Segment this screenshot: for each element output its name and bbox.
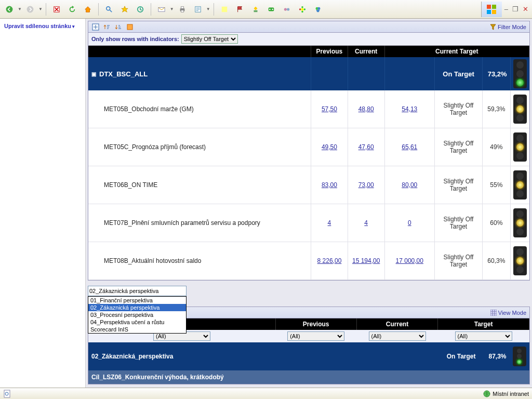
intranet-zone-icon (483, 390, 490, 397)
filter-row: Only show rows with indicators: Slightly… (88, 33, 529, 46)
traffic-light-icon (513, 95, 527, 124)
svg-point-3 (107, 6, 110, 10)
traffic-light-icon (513, 170, 527, 200)
misc-icon-2[interactable] (264, 2, 278, 17)
print-button[interactable] (175, 2, 190, 17)
mail-button[interactable] (154, 2, 169, 17)
search-button[interactable] (102, 2, 116, 17)
edit-shared-page-link[interactable]: Upravit sdílenou stránku (4, 23, 75, 29)
filter-mode-link[interactable]: Filter Mode (490, 24, 526, 30)
grid-icon (490, 310, 497, 316)
dropdown-option[interactable]: 04_Perspektiva učení a růstu (88, 318, 186, 326)
windows-flag-icon (481, 2, 502, 17)
svg-point-0 (6, 6, 13, 12)
prev-value[interactable]: 57,50 (322, 105, 337, 113)
filter-all-3[interactable]: (All) (369, 331, 426, 341)
home-button[interactable] (81, 2, 95, 17)
left-sidebar: Upravit sdílenou stránku (0, 19, 86, 388)
dropdown-option[interactable]: 03_Procesní perspektiva (88, 311, 186, 318)
edit-button[interactable] (191, 2, 205, 17)
svg-rect-26 (492, 10, 496, 14)
status-bar: Místní intranet (0, 388, 532, 399)
restore-button[interactable]: ❐ (511, 5, 520, 13)
table-row: MET07B_Plnění smluvních parametrů servis… (88, 204, 529, 242)
dropdown-option[interactable]: Scorecard InIS (88, 326, 186, 333)
forward-button[interactable] (23, 2, 37, 17)
svg-rect-29 (490, 310, 497, 316)
svg-point-16 (301, 8, 303, 10)
svg-rect-28 (127, 24, 132, 30)
metric-name: MET05B_Obchodní marže (GM) (88, 90, 311, 128)
favorites-button[interactable] (117, 2, 132, 17)
svg-point-1 (27, 6, 34, 12)
svg-point-20 (299, 8, 301, 10)
filter-all-4[interactable]: (All) (455, 331, 512, 341)
icq-icon[interactable] (295, 2, 310, 17)
svg-point-22 (317, 7, 320, 9)
perspective-options: 01_Finanční perspektiva 02_Zákaznická pe… (88, 296, 187, 334)
scorecard-table-1: Previous Current Current Target ▣DTX_BSC… (88, 46, 529, 280)
traffic-light-icon (513, 59, 527, 88)
main-content: Filter Mode Only show rows with indicato… (86, 19, 532, 388)
svg-rect-25 (487, 10, 491, 14)
group-row[interactable]: ▣DTX_BSC_ALL On Target 73,2% (88, 57, 529, 90)
misc-icon-3[interactable] (280, 2, 294, 17)
traffic-light-icon (513, 132, 527, 162)
filter-all-2[interactable]: (All) (287, 331, 344, 341)
flag-icon[interactable] (233, 2, 247, 17)
refresh-button[interactable] (65, 2, 79, 17)
close-button[interactable]: ✕ (521, 5, 530, 13)
sub-row[interactable]: Cíl_LSZ06_Konkurenční výhoda, krátkodobý (88, 370, 529, 384)
svg-rect-10 (221, 6, 227, 12)
sort-desc-icon[interactable] (114, 23, 123, 31)
table-row: MET06B_ON TIME 83,00 73,00 80,00 Slightl… (88, 166, 529, 204)
messenger-icon[interactable] (311, 2, 325, 17)
svg-rect-7 (181, 6, 183, 8)
view-mode-link[interactable]: View Mode (490, 310, 526, 316)
col-current: Current (348, 46, 384, 57)
curr-value[interactable]: 48,80 (358, 105, 374, 113)
col-target: Current Target (384, 46, 529, 57)
panel1-toolbar: Filter Mode (88, 21, 529, 33)
ie-toolbar: ▼ ▼ ▼ ▼ – ❐ ✕ (0, 0, 532, 19)
svg-point-13 (272, 8, 273, 10)
ie-page-icon (3, 390, 11, 398)
indicator-filter-select[interactable]: Slightly Off Target (181, 34, 238, 44)
svg-point-14 (284, 8, 286, 10)
collapse-icon[interactable]: ▣ (91, 71, 96, 77)
svg-point-19 (301, 10, 303, 12)
filter-label: Only show rows with indicators: (91, 36, 179, 42)
scorecard-panel-1: Filter Mode Only show rows with indicato… (88, 21, 530, 281)
svg-point-15 (287, 8, 289, 10)
svg-rect-23 (487, 5, 491, 9)
note-button[interactable] (217, 2, 232, 17)
svg-rect-8 (181, 10, 183, 12)
perspective-selected[interactable] (88, 286, 187, 296)
traffic-light-icon (513, 347, 526, 366)
svg-point-17 (301, 6, 303, 8)
funnel-icon (490, 24, 496, 30)
table-row: MET05C_Prognóza příjmů (forecast) 49,50 … (88, 128, 529, 166)
zone-text: Místní intranet (493, 391, 529, 397)
traffic-light-icon (513, 246, 527, 275)
toolbar-icon-4[interactable] (126, 23, 134, 31)
misc-icon-1[interactable] (248, 2, 263, 17)
toolbar-icon-1[interactable] (91, 23, 100, 31)
sort-asc-icon[interactable] (103, 23, 111, 31)
table-row: MET08B_Aktuální hotovostní saldo 8 226,0… (88, 242, 529, 280)
svg-point-12 (269, 8, 271, 10)
dropdown-option[interactable]: 02_Zákaznická perspektiva (88, 304, 186, 311)
dropdown-option[interactable]: 01_Finanční perspektiva (88, 297, 186, 304)
target-value[interactable]: 54,13 (402, 105, 417, 113)
back-button[interactable] (2, 2, 17, 17)
group-row-2[interactable]: 02_Zákaznická_perspektiva On Target 87,3… (88, 342, 529, 370)
traffic-light-icon (513, 208, 527, 237)
history-button[interactable] (133, 2, 148, 17)
perspective-dropdown[interactable]: 01_Finanční perspektiva 02_Zákaznická pe… (88, 286, 187, 296)
svg-rect-24 (492, 5, 496, 9)
stop-button[interactable] (49, 2, 64, 17)
svg-point-18 (303, 8, 305, 10)
table-row: MET05B_Obchodní marže (GM) 57,50 48,80 5… (88, 90, 529, 128)
col-name (88, 46, 311, 57)
minimize-button[interactable]: – (503, 5, 510, 13)
